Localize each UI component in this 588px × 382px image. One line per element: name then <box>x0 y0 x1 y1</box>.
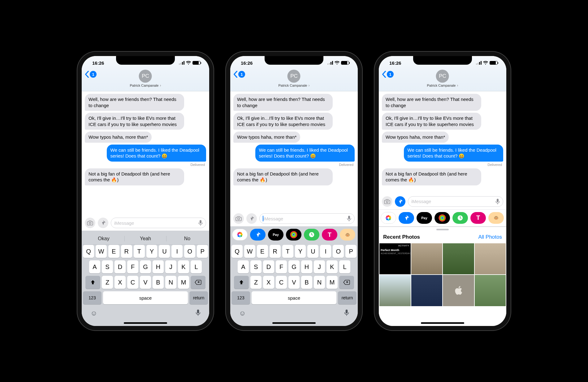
app-clock[interactable] <box>452 212 468 224</box>
photo-thumb[interactable] <box>443 275 474 306</box>
photo-thumb[interactable] <box>475 243 506 275</box>
app-activity[interactable] <box>435 212 450 224</box>
photo-thumb-activity[interactable]: ACTIVITY Perfect Month ACHIEVEMENT_YESTE… <box>379 243 411 275</box>
key-o[interactable]: O <box>333 245 344 258</box>
message-out[interactable]: We can still be friends. I liked the Dea… <box>404 145 503 162</box>
contact-header[interactable]: PC Patrick Campanale <box>130 70 161 88</box>
back-button[interactable]: 1 <box>85 71 97 78</box>
key-q[interactable]: Q <box>231 245 243 258</box>
emoji-button[interactable]: ☺ <box>90 309 97 317</box>
key-f[interactable]: F <box>127 260 138 273</box>
return-key[interactable]: return <box>189 291 208 304</box>
key-t[interactable]: T <box>282 245 293 258</box>
space-key[interactable]: space <box>252 291 336 304</box>
key-p[interactable]: P <box>345 245 357 258</box>
key-k[interactable]: K <box>178 260 189 273</box>
message-input[interactable]: iMessage <box>111 218 206 228</box>
key-n[interactable]: N <box>314 276 325 289</box>
app-drawer[interactable]: Pay T 🐵 <box>379 209 506 227</box>
photo-thumb[interactable] <box>411 275 443 306</box>
camera-button[interactable] <box>233 213 244 224</box>
key-v[interactable]: V <box>288 276 300 289</box>
key-u[interactable]: U <box>159 245 170 258</box>
key-e[interactable]: E <box>108 245 119 258</box>
key-k[interactable]: K <box>326 260 338 273</box>
key-y[interactable]: Y <box>295 245 306 258</box>
app-activity[interactable] <box>286 229 301 241</box>
key-n[interactable]: N <box>165 276 176 289</box>
key-m[interactable]: M <box>178 276 189 289</box>
apps-button[interactable] <box>246 213 257 224</box>
key-g[interactable]: G <box>140 260 151 273</box>
photo-thumb[interactable] <box>475 275 506 306</box>
key-d[interactable]: D <box>115 260 126 273</box>
prediction[interactable]: No <box>166 236 208 241</box>
key-g[interactable]: G <box>288 260 300 273</box>
key-w[interactable]: W <box>244 245 255 258</box>
key-i[interactable]: I <box>320 245 331 258</box>
app-clock[interactable] <box>304 229 319 241</box>
shift-key[interactable] <box>234 276 249 289</box>
key-s[interactable]: S <box>250 260 262 273</box>
numbers-key[interactable]: 123 <box>231 291 250 304</box>
prediction[interactable]: Okay <box>83 236 125 241</box>
key-l[interactable]: L <box>191 260 202 273</box>
numbers-key[interactable]: 123 <box>83 291 102 304</box>
message-in[interactable]: Wow typos haha, more than* <box>85 132 152 143</box>
key-d[interactable]: D <box>263 260 274 273</box>
photo-thumb[interactable] <box>379 275 411 306</box>
dictate-button[interactable] <box>344 309 349 317</box>
key-f[interactable]: F <box>276 260 287 273</box>
apps-button[interactable] <box>98 218 108 228</box>
apps-button-active[interactable] <box>395 196 405 207</box>
mic-icon[interactable] <box>347 215 351 222</box>
message-in[interactable]: Ok, I'll give in…I'll try to like EVs mo… <box>382 113 481 130</box>
back-button[interactable]: 1 <box>382 71 394 78</box>
backspace-key[interactable] <box>339 276 354 289</box>
camera-button[interactable] <box>382 196 392 207</box>
app-photos[interactable] <box>232 229 248 241</box>
app-animoji[interactable]: 🐵 <box>488 212 504 224</box>
home-indicator[interactable] <box>124 322 167 324</box>
dictate-button[interactable] <box>196 309 201 317</box>
key-x[interactable]: X <box>263 276 274 289</box>
message-in[interactable]: Wow typos haha, more than* <box>382 132 449 143</box>
all-photos-link[interactable]: All Photos <box>478 234 502 240</box>
key-h[interactable]: H <box>301 260 312 273</box>
key-t[interactable]: T <box>134 245 145 258</box>
key-a[interactable]: A <box>238 260 249 273</box>
conversation[interactable]: Well, how are we friends then? That need… <box>379 91 506 194</box>
key-u[interactable]: U <box>307 245 318 258</box>
back-button[interactable]: 1 <box>233 71 245 78</box>
key-v[interactable]: V <box>140 276 151 289</box>
app-pay[interactable]: Pay <box>417 212 432 224</box>
contact-header[interactable]: PC Patrick Campanale <box>427 70 458 88</box>
message-in[interactable]: Not a big fan of Deadpool tbh (and here … <box>85 168 184 185</box>
message-in[interactable]: Not a big fan of Deadpool tbh (and here … <box>382 168 481 185</box>
app-store[interactable] <box>399 212 414 224</box>
prediction[interactable]: Yeah <box>125 236 166 241</box>
key-x[interactable]: X <box>115 276 126 289</box>
backspace-key[interactable] <box>191 276 205 289</box>
message-in[interactable]: Well, how are we friends then? That need… <box>382 94 481 111</box>
key-w[interactable]: W <box>96 245 107 258</box>
message-in[interactable]: Ok, I'll give in…I'll try to like EVs mo… <box>85 113 184 130</box>
message-input[interactable]: iMessage <box>259 213 355 224</box>
key-j[interactable]: J <box>314 260 325 273</box>
message-in[interactable]: Well, how are we friends then? That need… <box>85 94 184 111</box>
key-a[interactable]: A <box>89 260 100 273</box>
message-in[interactable]: Wow typos haha, more than* <box>233 132 300 143</box>
photo-thumb[interactable] <box>411 243 443 275</box>
app-tmobile[interactable]: T <box>322 229 337 241</box>
key-c[interactable]: C <box>276 276 287 289</box>
key-o[interactable]: O <box>184 245 195 258</box>
mic-icon[interactable] <box>495 198 500 205</box>
app-animoji[interactable]: 🐵 <box>340 229 355 241</box>
shift-key[interactable] <box>85 276 100 289</box>
contact-header[interactable]: PC Patrick Campanale <box>279 70 310 88</box>
drag-handle[interactable] <box>436 229 449 230</box>
key-m[interactable]: M <box>326 276 338 289</box>
key-j[interactable]: J <box>165 260 176 273</box>
key-y[interactable]: Y <box>146 245 158 258</box>
key-l[interactable]: L <box>339 260 350 273</box>
